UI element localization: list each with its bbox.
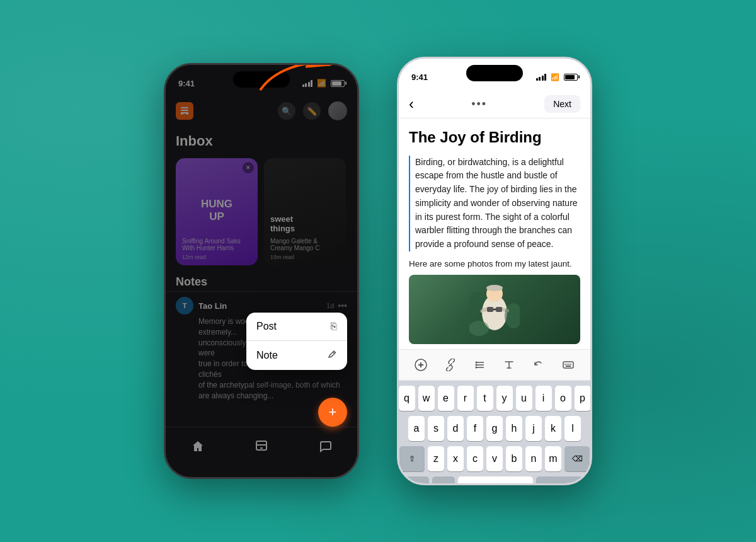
toolbar-link[interactable] [440,355,461,375]
key-i[interactable]: i [536,386,552,411]
keyboard-row-1: q w e r t y u i o p [401,386,588,411]
svg-rect-22 [563,362,573,368]
article-image-svg [469,278,520,341]
toolbar-keyboard[interactable] [558,355,578,375]
svg-rect-7 [487,307,493,312]
orange-arrow [254,63,336,345]
key-k[interactable]: k [545,416,561,441]
svg-point-11 [505,303,520,328]
key-g[interactable]: g [486,416,503,441]
article-caption: Here are some photos from my latest jaun… [409,259,580,268]
globe-key[interactable]: 🌐 [432,476,455,485]
key-w[interactable]: w [418,386,435,411]
back-button[interactable]: ‹ [409,95,414,113]
fab-button[interactable]: + [318,398,347,427]
key-b[interactable]: b [506,446,522,471]
format-toolbar [399,349,590,381]
signal-icon-right [536,73,547,81]
toolbar-add[interactable] [411,355,431,375]
key-s[interactable]: s [428,416,444,441]
svg-point-19 [475,361,477,363]
key-a[interactable]: a [408,416,425,441]
key-l[interactable]: l [564,416,581,441]
key-o[interactable]: o [555,386,571,411]
return-key[interactable]: return [536,476,587,485]
key-t[interactable]: t [477,386,493,411]
wifi-icon-right: 📶 [551,73,559,81]
svg-point-12 [469,321,489,336]
key-u[interactable]: u [516,386,532,411]
key-r[interactable]: r [457,386,474,411]
svg-rect-8 [496,307,502,312]
phones-container: 9:41 📶 [164,57,592,485]
key-v[interactable]: v [486,446,503,471]
key-n[interactable]: n [525,446,542,471]
next-button[interactable]: Next [544,95,580,113]
dynamic-island-right [466,65,523,81]
keyboard-row-3: ⇧ z x c v b n m ⌫ [401,446,588,471]
num-key[interactable]: 123 [403,476,429,485]
battery-icon-right [564,74,578,81]
article-image [409,275,580,344]
key-q[interactable]: q [399,386,415,411]
toolbar-text[interactable] [499,355,519,375]
svg-point-6 [486,285,503,291]
shift-key[interactable]: ⇧ [399,446,425,471]
space-key[interactable]: space [458,476,533,485]
status-icons-right: 📶 [536,73,578,81]
key-m[interactable]: m [545,446,561,471]
key-c[interactable]: c [467,446,483,471]
svg-point-20 [475,364,477,366]
left-phone: 9:41 📶 [164,63,359,479]
more-button[interactable]: ••• [471,98,487,111]
key-f[interactable]: f [467,416,483,441]
key-d[interactable]: d [447,416,464,441]
svg-point-21 [475,366,477,368]
key-e[interactable]: e [438,386,454,411]
key-y[interactable]: y [496,386,513,411]
key-j[interactable]: j [525,416,542,441]
note-label: Note [256,350,278,361]
keyboard-bottom-row: 123 🌐 space return [401,476,588,485]
right-phone: 9:41 📶 ‹ ••• Next The Joy of B [397,57,592,485]
note-icon [327,349,337,362]
toolbar-list[interactable] [470,355,490,375]
article-body: Birding, or birdwatching, is a delightfu… [409,156,580,251]
article-nav: ‹ ••• Next [399,90,590,118]
time-right: 9:41 [411,72,428,82]
key-z[interactable]: z [428,446,444,471]
keyboard: q w e r t y u i o p a s d f g h j k [399,381,590,485]
menu-item-note[interactable]: Note [246,341,347,370]
toolbar-undo[interactable] [529,355,549,375]
delete-key[interactable]: ⌫ [564,446,590,471]
keyboard-row-2: a s d f g h j k l [401,416,588,441]
key-h[interactable]: h [506,416,522,441]
article-title: The Joy of Birding [409,129,580,147]
article-content: The Joy of Birding Birding, or birdwatch… [399,118,590,349]
key-x[interactable]: x [447,446,464,471]
key-p[interactable]: p [575,386,591,411]
